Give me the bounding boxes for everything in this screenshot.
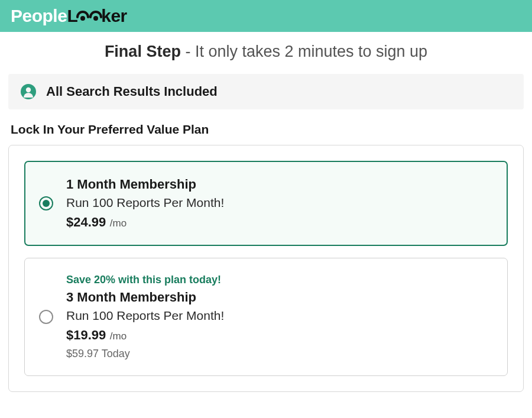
plan-option-3-month[interactable]: Save 20% with this plan today! 3 Month M…	[24, 258, 508, 376]
plan-title: 1 Month Membership	[66, 177, 493, 192]
svg-point-0	[80, 16, 85, 21]
plan-price: $19.99	[66, 328, 106, 342]
radio-indicator	[39, 310, 53, 324]
logo-text-ker: ker	[101, 6, 127, 26]
header-bar: People L ker	[0, 0, 532, 32]
heading-bold: Final Step	[105, 43, 181, 60]
plan-price: $24.99	[66, 215, 106, 229]
plan-price-suffix: /mo	[110, 218, 126, 229]
heading-light: - It only takes 2 minutes to sign up	[181, 43, 427, 60]
svg-point-3	[26, 88, 31, 92]
logo-text-people: People	[11, 6, 67, 26]
plan-body: 1 Month Membership Run 100 Reports Per M…	[66, 177, 493, 230]
plans-subhead: Lock In Your Preferred Value Plan	[11, 122, 524, 137]
main-content: Final Step - It only takes 2 minutes to …	[0, 32, 532, 392]
plan-description: Run 100 Reports Per Month!	[66, 309, 493, 323]
plan-description: Run 100 Reports Per Month!	[66, 196, 493, 210]
person-circle-icon	[20, 83, 37, 100]
plan-price-suffix: /mo	[110, 330, 126, 342]
brand-logo: People L ker	[11, 6, 127, 26]
plan-title: 3 Month Membership	[66, 290, 493, 305]
svg-point-1	[93, 16, 98, 21]
plan-option-1-month[interactable]: 1 Month Membership Run 100 Reports Per M…	[24, 161, 508, 246]
radio-indicator	[39, 196, 53, 210]
plan-save-badge: Save 20% with this plan today!	[66, 274, 493, 286]
banner-text: All Search Results Included	[46, 84, 218, 99]
plan-today-total: $59.97 Today	[66, 348, 493, 360]
results-included-banner: All Search Results Included	[8, 74, 524, 109]
plans-container: 1 Month Membership Run 100 Reports Per M…	[8, 145, 524, 392]
eyes-icon	[76, 6, 102, 19]
radio-dot-icon	[43, 200, 50, 207]
page-heading: Final Step - It only takes 2 minutes to …	[8, 43, 524, 61]
plan-body: Save 20% with this plan today! 3 Month M…	[66, 274, 493, 360]
